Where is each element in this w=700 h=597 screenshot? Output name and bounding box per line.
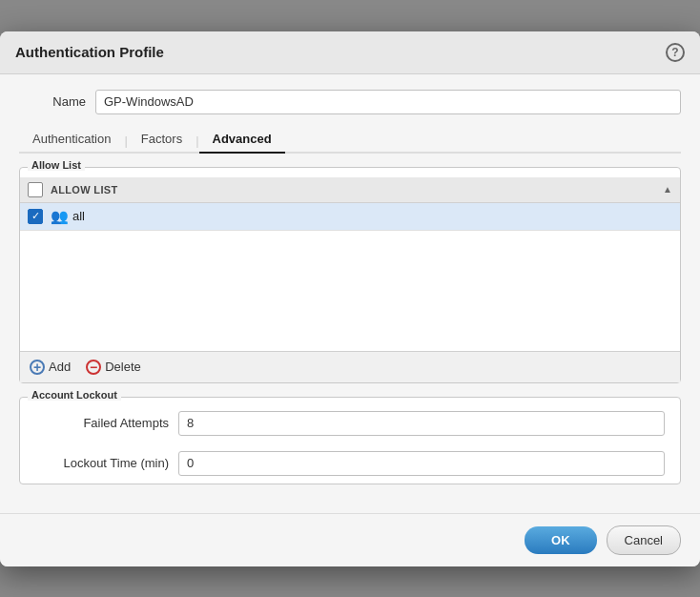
- row-checkbox[interactable]: ✓: [28, 209, 43, 224]
- allow-list-footer: + Add − Delete: [20, 351, 680, 382]
- cancel-button[interactable]: Cancel: [607, 525, 681, 555]
- dialog-footer: OK Cancel: [0, 513, 700, 566]
- add-button[interactable]: + Add: [30, 360, 71, 375]
- dialog-header: Authentication Profile ?: [0, 31, 700, 74]
- authentication-profile-dialog: Authentication Profile ? Name Authentica…: [0, 31, 700, 566]
- allow-list-section: Allow List ALLOW LIST ▲ ✓ 👥 all: [19, 167, 681, 383]
- allow-list-table-header: ALLOW LIST ▲: [20, 177, 680, 203]
- help-icon[interactable]: ?: [666, 43, 685, 62]
- sort-arrow-icon: ▲: [663, 184, 672, 195]
- row-group-icon: 👥: [51, 208, 68, 225]
- account-lockout-legend: Account Lockout: [28, 389, 121, 401]
- delete-icon: −: [86, 360, 101, 375]
- select-all-checkbox[interactable]: [28, 182, 43, 197]
- account-lockout-section: Account Lockout Failed Attempts Lockout …: [19, 397, 681, 484]
- delete-label: Delete: [105, 360, 141, 374]
- name-row: Name: [19, 90, 681, 114]
- tab-authentication[interactable]: Authentication: [19, 126, 124, 154]
- allow-list-column-header: ALLOW LIST: [51, 184, 659, 196]
- tab-advanced[interactable]: Advanced: [199, 126, 285, 154]
- table-row[interactable]: ✓ 👥 all: [20, 203, 680, 231]
- delete-button[interactable]: − Delete: [86, 360, 141, 375]
- tab-factors[interactable]: Factors: [128, 126, 196, 154]
- row-text: all: [72, 209, 85, 223]
- lockout-time-input[interactable]: [178, 451, 665, 476]
- name-input[interactable]: [95, 90, 681, 114]
- add-icon: +: [30, 360, 45, 375]
- failed-attempts-input[interactable]: [178, 411, 665, 436]
- account-lockout-fields: Failed Attempts Lockout Time (min): [20, 403, 680, 484]
- dialog-body: Name Authentication | Factors | Advanced…: [0, 74, 700, 513]
- lockout-time-row: Lockout Time (min): [20, 443, 680, 484]
- allow-list-table-body: ✓ 👥 all: [20, 203, 680, 351]
- failed-attempts-label: Failed Attempts: [35, 416, 178, 430]
- name-label: Name: [19, 94, 95, 109]
- tab-bar: Authentication | Factors | Advanced: [19, 126, 681, 154]
- ok-button[interactable]: OK: [525, 526, 597, 554]
- add-label: Add: [49, 360, 71, 374]
- allow-list-legend: Allow List: [28, 159, 85, 171]
- failed-attempts-row: Failed Attempts: [20, 403, 680, 443]
- dialog-title: Authentication Profile: [15, 44, 164, 60]
- lockout-time-label: Lockout Time (min): [35, 456, 178, 470]
